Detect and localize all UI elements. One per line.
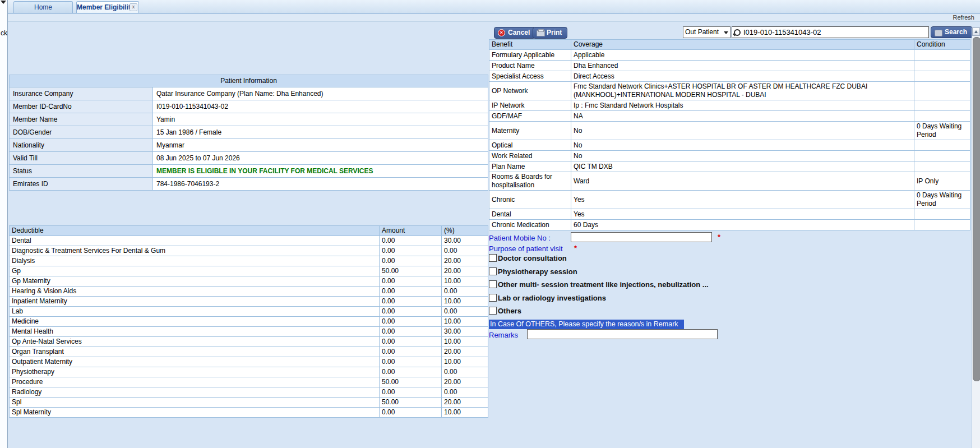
search-input[interactable]	[742, 27, 928, 38]
collapsed-side-panel[interactable]: ck	[0, 0, 8, 448]
table-row: Hearing & Vision Aids0.000.00	[10, 287, 488, 297]
field-label: Valid Till	[10, 152, 153, 165]
required-asterisk: *	[718, 233, 720, 241]
print-button[interactable]: Print	[533, 27, 567, 39]
amount-cell: 0.00	[380, 307, 442, 317]
benefit-cell: OP Network	[489, 82, 571, 100]
print-button-label: Print	[547, 29, 562, 36]
benefit-cell: Maternity	[489, 122, 571, 140]
close-icon[interactable]: x	[130, 3, 137, 11]
checkbox-label: Physiotherapy session	[498, 267, 577, 276]
amount-cell: 50.00	[380, 377, 442, 387]
table-row: Medicine0.0010.00	[10, 317, 488, 327]
amount-header: Amount	[380, 226, 442, 236]
field-label: Insurance Company	[10, 87, 153, 100]
amount-cell: 0.00	[380, 317, 442, 327]
condition-cell	[914, 50, 970, 61]
table-row: StatusMEMBER IS ELIGIBLE IN YOUR FACILIT…	[10, 165, 488, 178]
benefit-cell: Product Name	[489, 61, 571, 71]
amount-cell: 0.00	[380, 347, 442, 357]
coverage-cell: QIC TM DXB	[571, 161, 914, 172]
deductible-cell: Outpatient Maternity	[10, 357, 380, 367]
patient-info-title: Patient Information	[10, 75, 488, 87]
search-button[interactable]: Search	[931, 26, 973, 38]
cancel-button[interactable]: × Cancel	[494, 27, 535, 39]
patient-info-table: Patient Information Insurance CompanyQat…	[9, 75, 488, 191]
table-row: Formulary ApplicableApplicable	[489, 50, 970, 61]
table-row: DOB/Gender15 Jan 1986 / Female	[10, 126, 488, 139]
table-row: GDF/MAFNA	[489, 111, 970, 122]
table-row: IP NetworkIp : Fmc Standard Network Hosp…	[489, 100, 970, 111]
table-header-row: Deductible Amount (%)	[10, 226, 488, 236]
deductible-cell: Dental	[10, 236, 380, 246]
amount-cell: 0.00	[380, 408, 442, 418]
condition-cell	[914, 61, 970, 71]
refresh-link[interactable]: Refresh	[953, 14, 974, 21]
deductible-cell: Procedure	[10, 377, 380, 387]
purpose-option: Physiotherapy session	[489, 267, 724, 281]
refresh-bar: Refresh	[8, 14, 980, 22]
condition-cell	[914, 111, 970, 122]
deductible-cell: Diagnostic & Treatment Services For Dent…	[10, 246, 380, 256]
table-row: Diagnostic & Treatment Services For Dent…	[10, 246, 488, 256]
condition-cell	[914, 140, 970, 151]
benefit-cell: Formulary Applicable	[489, 50, 571, 61]
deductible-cell: Gp Maternity	[10, 276, 380, 287]
field-value: Qatar Insurance Company (Plan Name: Dha …	[153, 87, 488, 100]
checkbox-label: Other multi- session treatment like inje…	[498, 280, 709, 289]
checkbox[interactable]	[489, 280, 497, 288]
field-value: MEMBER IS ELIGIBLE IN YOUR FACILITY FOR …	[153, 165, 488, 178]
patient-type-select[interactable]: Out Patient	[683, 26, 731, 38]
benefit-cell: Dental	[489, 209, 571, 220]
tab-bar: Home Member Eligibilit x	[8, 0, 980, 14]
remarks-input[interactable]	[527, 329, 718, 339]
scroll-up-icon[interactable]	[972, 27, 980, 36]
table-row: Radiology0.000.00	[10, 387, 488, 398]
table-row: Inpatient Maternity0.0010.00	[10, 297, 488, 307]
checkbox[interactable]	[489, 254, 497, 262]
condition-cell	[914, 220, 970, 230]
field-label: Member Name	[10, 113, 153, 126]
coverage-cell: NA	[571, 111, 914, 122]
benefit-header: Benefit	[489, 40, 571, 50]
checkbox-label: Others	[498, 307, 521, 315]
purpose-option: Lab or radiology investigations	[489, 294, 724, 307]
vertical-scrollbar[interactable]	[972, 27, 980, 448]
dropdown-arrow-icon[interactable]	[1, 1, 6, 4]
table-row: Spl Maternity0.0010.00	[10, 408, 488, 418]
benefit-cell: Specialist Access	[489, 71, 571, 82]
cancel-button-label: Cancel	[508, 29, 530, 36]
condition-cell	[914, 71, 970, 82]
benefit-cell: Rooms & Boards for hospitalisation	[489, 172, 571, 191]
table-row: Gp Maternity0.0010.00	[10, 276, 488, 287]
percent-cell: 20.00	[442, 266, 488, 276]
deductible-cell: Organ Transplant	[10, 347, 380, 357]
percent-cell: 10.00	[442, 317, 488, 327]
deductible-cell: Gp	[10, 266, 380, 276]
tab-member-eligibility-label: Member Eligibilit	[77, 3, 131, 11]
mobile-number-input[interactable]	[571, 232, 712, 242]
checkbox[interactable]	[489, 307, 497, 315]
percent-cell: 20.00	[442, 256, 488, 266]
checkbox[interactable]	[489, 294, 497, 302]
tab-home[interactable]: Home	[13, 1, 73, 13]
table-row: Outpatient Maternity0.0010.00	[10, 357, 488, 367]
amount-cell: 0.00	[380, 236, 442, 246]
table-row: Valid Till08 Jun 2025 to 07 Jun 2026	[10, 152, 488, 165]
deductible-cell: Inpatient Maternity	[10, 297, 380, 307]
coverage-cell: 60 Days	[571, 220, 914, 230]
scrollbar-thumb[interactable]	[973, 37, 980, 381]
percent-cell: 10.00	[442, 276, 488, 287]
deductible-cell: Spl Maternity	[10, 408, 380, 418]
field-value: 15 Jan 1986 / Female	[153, 126, 488, 139]
percent-cell: 0.00	[442, 387, 488, 398]
percent-cell: 10.00	[442, 357, 488, 367]
tab-member-eligibility[interactable]: Member Eligibilit x	[76, 1, 139, 13]
table-row: Chronic Medication60 Days	[489, 220, 970, 230]
table-row: Gp50.0020.00	[10, 266, 488, 276]
deductible-cell: Mental Health	[10, 327, 380, 337]
condition-cell	[914, 161, 970, 172]
table-row: Procedure50.0020.00	[10, 377, 488, 387]
checkbox[interactable]	[489, 267, 497, 275]
coverage-cell: Dha Enhanced	[571, 61, 914, 71]
